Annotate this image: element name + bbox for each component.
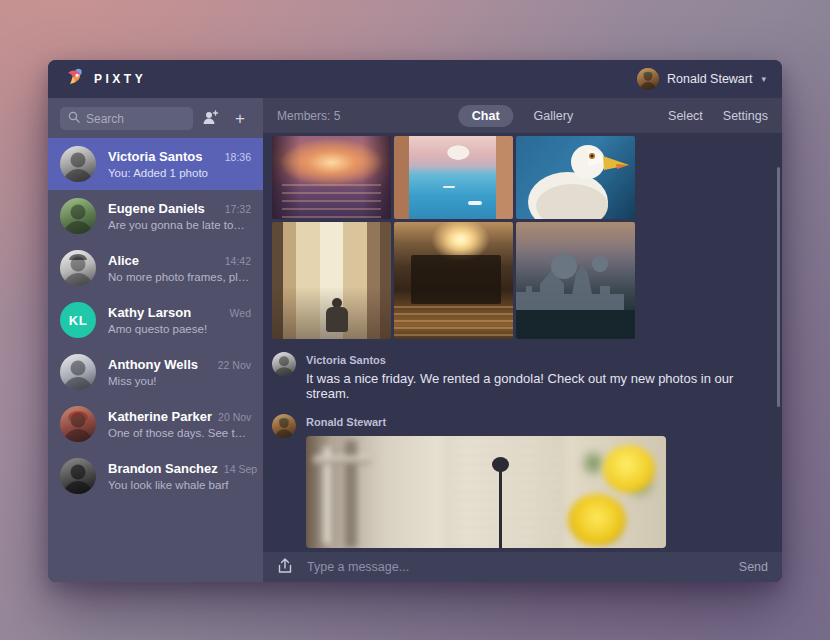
avatar-initials-text: KL xyxy=(69,313,87,328)
add-contact-button[interactable] xyxy=(197,107,223,130)
avatar xyxy=(60,250,96,286)
message-author: Victoria Santos xyxy=(306,354,773,366)
avatar xyxy=(272,414,296,438)
message-author: Ronald Stewart xyxy=(306,416,666,428)
search-placeholder: Search xyxy=(86,112,124,126)
message-time: 14 Sep xyxy=(224,463,257,475)
view-tabs: Chat Gallery xyxy=(458,105,587,127)
message-time: 22 Nov xyxy=(218,359,251,371)
chat-header: Members: 5 Chat Gallery Select Settings xyxy=(263,98,782,133)
gallery-photo-2[interactable] xyxy=(394,136,513,219)
chat-list-item-alice[interactable]: Alice 14:42 No more photo frames, please… xyxy=(48,242,263,294)
photo-grid xyxy=(272,136,773,339)
plus-icon: + xyxy=(235,110,245,127)
message-input[interactable] xyxy=(305,559,727,575)
message-preview: You: Added 1 photo xyxy=(108,167,251,179)
contact-name: Brandon Sanchez xyxy=(108,461,218,476)
brand: PIXTY xyxy=(64,67,146,92)
gallery-photo-5[interactable] xyxy=(394,222,513,339)
chat-list-item-kathy[interactable]: KL Kathy Larson Wed Amo questo paese! xyxy=(48,294,263,346)
gallery-photo-6[interactable] xyxy=(516,222,635,339)
message-preview: One of those days. See the image. xyxy=(108,427,251,439)
avatar xyxy=(272,352,296,376)
message-text: It was a nice friday. We rented a gondol… xyxy=(306,371,773,401)
message-preview: No more photo frames, please! xyxy=(108,271,251,283)
message-preview: Amo questo paese! xyxy=(108,323,251,335)
message-time: Wed xyxy=(230,307,251,319)
chat-list-item-victoria[interactable]: Victoria Santos 18:36 You: Added 1 photo xyxy=(48,138,263,190)
chat-list-item-eugene[interactable]: Eugene Daniels 17:32 Are you gonna be la… xyxy=(48,190,263,242)
contact-name: Kathy Larson xyxy=(108,305,191,320)
new-chat-button[interactable]: + xyxy=(227,107,253,130)
add-contact-icon xyxy=(202,110,219,128)
message-time: 17:32 xyxy=(225,203,251,215)
top-bar: PIXTY Ronald Stewart ▾ xyxy=(48,60,782,98)
contact-name: Katherine Parker xyxy=(108,409,212,424)
chat-list: Victoria Santos 18:36 You: Added 1 photo xyxy=(48,138,263,582)
tab-chat[interactable]: Chat xyxy=(458,105,514,127)
avatar xyxy=(60,198,96,234)
avatar xyxy=(60,458,96,494)
search-icon xyxy=(68,111,80,126)
app-window: PIXTY Ronald Stewart ▾ Search xyxy=(48,60,782,582)
account-name: Ronald Stewart xyxy=(667,72,752,86)
person-silhouette xyxy=(324,298,350,332)
contact-name: Alice xyxy=(108,253,139,268)
message-photo-attachment[interactable] xyxy=(306,436,666,548)
account-menu[interactable]: Ronald Stewart ▾ xyxy=(637,68,766,90)
avatar-initials: KL xyxy=(60,302,96,338)
desktop-background: PIXTY Ronald Stewart ▾ Search xyxy=(0,0,830,640)
header-actions: Select Settings xyxy=(668,109,768,123)
chat-area: Members: 5 Chat Gallery Select Settings xyxy=(263,98,782,582)
sidebar: Search + xyxy=(48,98,263,582)
gallery-photo-4[interactable] xyxy=(272,222,391,339)
scrollbar-thumb[interactable] xyxy=(777,167,780,407)
photo-detail xyxy=(499,470,502,548)
contact-name: Victoria Santos xyxy=(108,149,202,164)
chat-list-item-anthony[interactable]: Anthony Wells 22 Nov Miss you! xyxy=(48,346,263,398)
members-count: Members: 5 xyxy=(277,109,340,123)
sidebar-toolbar: Search + xyxy=(48,98,263,138)
chevron-down-icon: ▾ xyxy=(761,74,766,84)
chat-list-item-katherine[interactable]: Katherine Parker 20 Nov One of those day… xyxy=(48,398,263,450)
contact-name: Eugene Daniels xyxy=(108,201,205,216)
message-preview: Miss you! xyxy=(108,375,251,387)
settings-button[interactable]: Settings xyxy=(723,109,768,123)
photo-detail xyxy=(603,445,655,493)
message-composer: Send xyxy=(263,552,782,582)
pixty-logo-icon xyxy=(64,67,85,92)
select-button[interactable]: Select xyxy=(668,109,703,123)
tab-gallery[interactable]: Gallery xyxy=(520,105,588,127)
send-button[interactable]: Send xyxy=(739,560,768,574)
avatar xyxy=(60,146,96,182)
message-time: 18:36 xyxy=(225,151,251,163)
avatar xyxy=(60,354,96,390)
photo-detail xyxy=(313,456,371,464)
upload-icon[interactable] xyxy=(277,557,293,578)
chat-scroll-region: Victoria Santos It was a nice friday. We… xyxy=(263,133,782,552)
message-time: 20 Nov xyxy=(218,411,251,423)
message-preview: Are you gonna be late tonight? xyxy=(108,219,251,231)
app-title: PIXTY xyxy=(94,72,146,86)
message-ronald: Ronald Stewart xyxy=(272,414,773,548)
gallery-photo-1[interactable] xyxy=(272,136,391,219)
avatar xyxy=(60,406,96,442)
gallery-photo-3[interactable] xyxy=(516,136,635,219)
message-preview: You look like whale barf xyxy=(108,479,251,491)
photo-detail xyxy=(443,436,565,548)
search-input[interactable]: Search xyxy=(60,107,193,130)
message-victoria: Victoria Santos It was a nice friday. We… xyxy=(272,352,773,401)
message-time: 14:42 xyxy=(225,255,251,267)
contact-name: Anthony Wells xyxy=(108,357,198,372)
avatar xyxy=(637,68,659,90)
chat-list-item-brandon[interactable]: Brandon Sanchez 14 Sep You look like wha… xyxy=(48,450,263,502)
